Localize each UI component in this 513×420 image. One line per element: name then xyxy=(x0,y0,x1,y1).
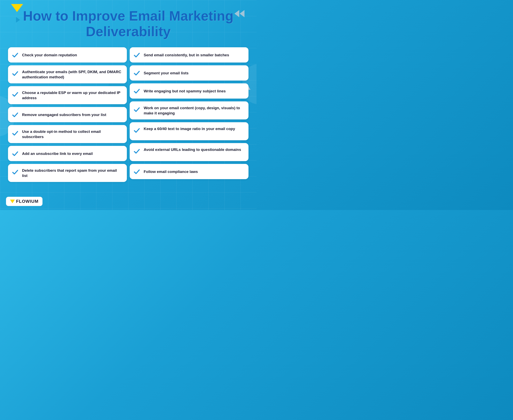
check-text-text-image-ratio: Keep a 60/40 text to image ratio in your… xyxy=(144,126,235,131)
check-text-segment-lists: Segment your email lists xyxy=(144,71,189,76)
right-column: Send email consistently, but in smaller … xyxy=(130,47,249,182)
check-icon-choose-esp xyxy=(11,90,19,98)
check-text-compliance-laws: Follow email compliance laws xyxy=(144,169,198,174)
check-icon-delete-spam xyxy=(11,168,19,176)
check-icon-send-consistently xyxy=(133,51,141,59)
page-header: How to Improve Email Marketing Deliverab… xyxy=(0,0,256,45)
check-text-choose-esp: Choose a reputable ESP or warm up your d… xyxy=(22,90,123,100)
check-icon-remove-unengaged xyxy=(11,111,19,119)
footer: FLOWIUM xyxy=(6,197,43,206)
page-title: How to Improve Email Marketing Deliverab… xyxy=(4,8,252,39)
check-card-email-content: Work on your email content (copy, design… xyxy=(130,101,249,120)
check-card-remove-unengaged: Remove unengaged subscribers from your l… xyxy=(8,107,127,122)
logo-triangle-icon xyxy=(10,200,15,203)
check-icon-unsubscribe-link xyxy=(11,150,19,158)
check-icon-check-domain xyxy=(11,51,19,59)
check-icon-text-image-ratio xyxy=(133,126,141,134)
check-icon-avoid-urls xyxy=(133,147,141,155)
check-icon-authenticate-emails xyxy=(11,69,19,77)
check-text-double-optin: Use a double opt-in method to collect em… xyxy=(22,129,123,139)
check-icon-email-content xyxy=(133,105,141,113)
logo-text: FLOWIUM xyxy=(16,199,38,204)
check-icon-double-optin xyxy=(11,129,19,137)
check-icon-segment-lists xyxy=(133,69,141,77)
check-text-send-consistently: Send email consistently, but in smaller … xyxy=(144,52,229,58)
left-column: Check your domain reputation Authenticat… xyxy=(8,47,127,182)
check-card-send-consistently: Send email consistently, but in smaller … xyxy=(130,47,249,62)
check-card-avoid-urls: Avoid external URLs leading to questiona… xyxy=(130,143,249,161)
check-card-unsubscribe-link: Add an unsubscribe link to every email xyxy=(8,146,127,161)
check-text-delete-spam: Delete subscribers that report spam from… xyxy=(22,168,123,178)
check-icon-compliance-laws xyxy=(133,167,141,176)
check-text-remove-unengaged: Remove unengaged subscribers from your l… xyxy=(22,112,106,117)
logo: FLOWIUM xyxy=(6,197,43,206)
check-card-check-domain: Check your domain reputation xyxy=(8,47,127,62)
check-text-authenticate-emails: Authenticate your emails (with SPF, DKIM… xyxy=(22,69,123,80)
check-card-subject-lines: Write engaging but not spammy subject li… xyxy=(130,83,249,98)
check-text-check-domain: Check your domain reputation xyxy=(22,52,77,58)
check-text-subject-lines: Write engaging but not spammy subject li… xyxy=(144,89,226,94)
check-card-compliance-laws: Follow email compliance laws xyxy=(130,164,249,179)
check-text-email-content: Work on your email content (copy, design… xyxy=(144,105,244,116)
check-card-double-optin: Use a double opt-in method to collect em… xyxy=(8,125,127,143)
check-text-avoid-urls: Avoid external URLs leading to questiona… xyxy=(144,147,241,152)
content-grid: Check your domain reputation Authenticat… xyxy=(0,45,256,198)
check-text-unsubscribe-link: Add an unsubscribe link to every email xyxy=(22,151,93,156)
check-card-segment-lists: Segment your email lists xyxy=(130,65,249,81)
check-icon-subject-lines xyxy=(133,87,141,95)
check-card-text-image-ratio: Keep a 60/40 text to image ratio in your… xyxy=(130,122,249,140)
check-card-delete-spam: Delete subscribers that report spam from… xyxy=(8,164,127,182)
check-card-authenticate-emails: Authenticate your emails (with SPF, DKIM… xyxy=(8,65,127,83)
check-card-choose-esp: Choose a reputable ESP or warm up your d… xyxy=(8,86,127,104)
